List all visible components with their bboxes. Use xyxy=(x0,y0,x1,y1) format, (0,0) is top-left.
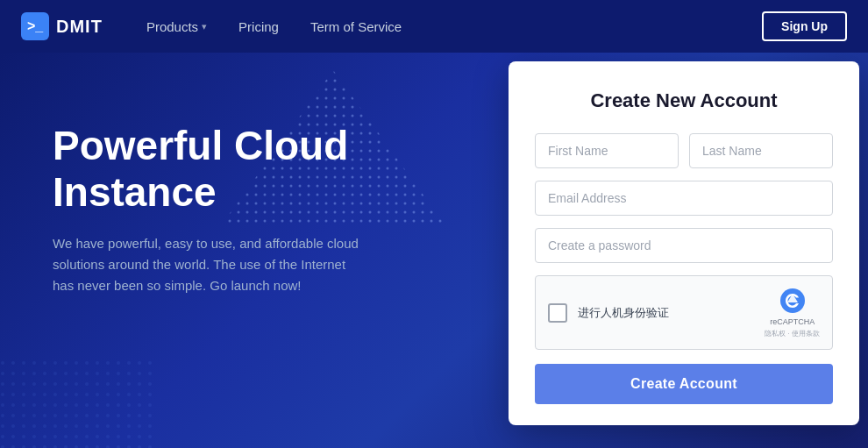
svg-rect-4 xyxy=(0,360,158,448)
email-input[interactable] xyxy=(535,181,833,216)
recaptcha-logo-icon xyxy=(779,287,807,315)
email-group xyxy=(535,181,833,216)
logo-icon: >_ xyxy=(21,12,49,40)
logo-text: DMIT xyxy=(56,17,103,37)
navbar-right: Sign Up xyxy=(762,11,847,41)
logo[interactable]: >_ DMIT xyxy=(21,12,103,40)
recaptcha-label: 进行人机身份验证 xyxy=(578,305,669,321)
hero-section: Powerful Cloud Instance We have powerful… xyxy=(0,53,868,448)
recaptcha-privacy-text: 隐私权 · 使用条款 xyxy=(765,329,820,338)
nav-products[interactable]: Products ▾ xyxy=(131,0,223,53)
navbar: >_ DMIT Products ▾ Pricing Term of Servi… xyxy=(0,0,868,53)
hero-subtitle: We have powerful, easy to use, and affor… xyxy=(53,233,368,296)
chevron-down-icon: ▾ xyxy=(202,21,207,32)
signup-button[interactable]: Sign Up xyxy=(762,11,847,41)
nav-tos[interactable]: Term of Service xyxy=(295,0,417,53)
signup-form-card: Create New Account 进行人机身份验证 reCAPTCH xyxy=(509,61,859,425)
nav-pricing[interactable]: Pricing xyxy=(223,0,295,53)
password-input[interactable] xyxy=(535,228,833,263)
name-row xyxy=(535,133,833,168)
recaptcha-checkbox[interactable] xyxy=(548,303,567,323)
recaptcha-badge-text: reCAPTCHA xyxy=(770,317,815,326)
bottom-dots-decoration xyxy=(0,360,158,448)
nav-links: Products ▾ Pricing Term of Service xyxy=(131,0,762,53)
recaptcha-right: reCAPTCHA 隐私权 · 使用条款 xyxy=(765,287,820,338)
recaptcha-box[interactable]: 进行人机身份验证 reCAPTCHA 隐私权 · 使用条款 xyxy=(535,275,833,350)
hero-content: Powerful Cloud Instance We have powerful… xyxy=(0,53,438,331)
first-name-input[interactable] xyxy=(535,133,679,168)
password-group xyxy=(535,228,833,263)
recaptcha-left: 进行人机身份验证 xyxy=(548,303,669,323)
create-account-button[interactable]: Create Account xyxy=(535,364,833,404)
hero-title: Powerful Cloud Instance xyxy=(53,123,403,216)
form-title: Create New Account xyxy=(535,89,833,112)
last-name-input[interactable] xyxy=(689,133,833,168)
